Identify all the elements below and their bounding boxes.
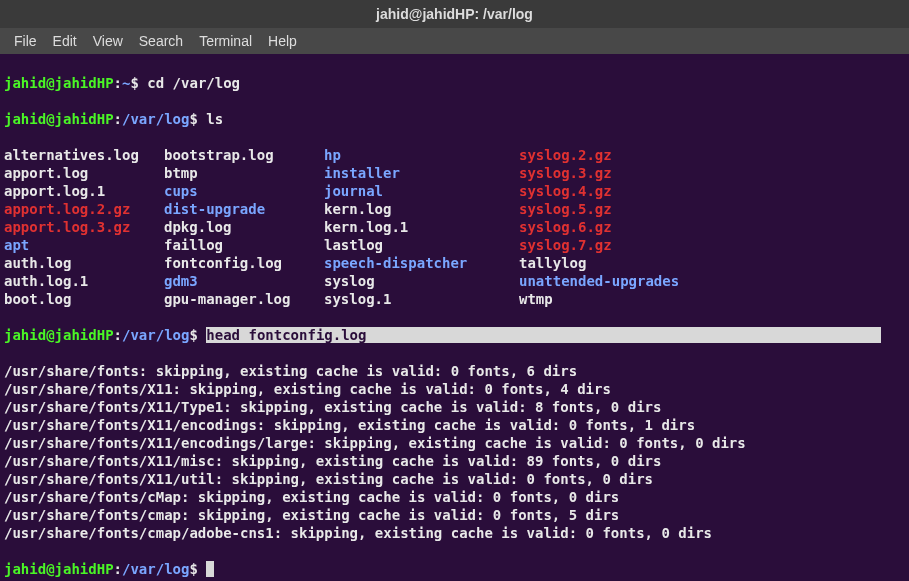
prompt-dollar: $ <box>189 327 206 343</box>
window-title: jahid@jahidHP: /var/log <box>376 6 533 22</box>
ls-entry: fontconfig.log <box>164 254 324 272</box>
ls-entry: apport.log.3.gz <box>4 218 164 236</box>
ls-entry: apport.log <box>4 164 164 182</box>
head-output: /usr/share/fonts: skipping, existing cac… <box>4 362 905 542</box>
prompt-colon: : <box>114 111 122 127</box>
menu-edit[interactable]: Edit <box>45 30 85 52</box>
output-line: /usr/share/fonts/X11/encodings: skipping… <box>4 416 905 434</box>
prompt-userhost: jahid@jahidHP <box>4 111 114 127</box>
ls-entry: boot.log <box>4 290 164 308</box>
output-line: /usr/share/fonts/X11: skipping, existing… <box>4 380 905 398</box>
prompt-dollar: $ <box>189 111 206 127</box>
ls-entry: auth.log.1 <box>4 272 164 290</box>
output-line: /usr/share/fonts/cMap: skipping, existin… <box>4 488 905 506</box>
ls-entry: hp <box>324 146 519 164</box>
ls-entry: wtmp <box>519 290 905 308</box>
ls-entry: apt <box>4 236 164 254</box>
ls-entry: unattended-upgrades <box>519 272 905 290</box>
menu-help[interactable]: Help <box>260 30 305 52</box>
output-line: /usr/share/fonts/X11/misc: skipping, exi… <box>4 452 905 470</box>
menu-file[interactable]: File <box>6 30 45 52</box>
ls-entry: syslog.1 <box>324 290 519 308</box>
output-line: /usr/share/fonts/X11/encodings/large: sk… <box>4 434 905 452</box>
prompt-colon: : <box>114 75 122 91</box>
ls-entry: installer <box>324 164 519 182</box>
ls-entry: cups <box>164 182 324 200</box>
ls-entry: apport.log.2.gz <box>4 200 164 218</box>
ls-entry: tallylog <box>519 254 905 272</box>
ls-entry: syslog.6.gz <box>519 218 905 236</box>
menu-terminal[interactable]: Terminal <box>191 30 260 52</box>
ls-entry: syslog.2.gz <box>519 146 905 164</box>
ls-entry: kern.log.1 <box>324 218 519 236</box>
ls-entry: syslog <box>324 272 519 290</box>
menu-search[interactable]: Search <box>131 30 191 52</box>
ls-entry: dpkg.log <box>164 218 324 236</box>
prompt-line-2: jahid@jahidHP:/var/log$ ls <box>4 110 905 128</box>
ls-entry: faillog <box>164 236 324 254</box>
menu-view[interactable]: View <box>85 30 131 52</box>
ls-entry: gpu-manager.log <box>164 290 324 308</box>
prompt-dollar: $ <box>130 75 147 91</box>
command-head-highlighted: head fontconfig.log <box>206 327 366 343</box>
prompt-userhost: jahid@jahidHP <box>4 327 114 343</box>
prompt-line-4: jahid@jahidHP:/var/log$ <box>4 560 905 578</box>
ls-entry: dist-upgrade <box>164 200 324 218</box>
ls-entry: btmp <box>164 164 324 182</box>
output-line: /usr/share/fonts/X11/util: skipping, exi… <box>4 470 905 488</box>
output-line: /usr/share/fonts: skipping, existing cac… <box>4 362 905 380</box>
ls-entry: alternatives.log <box>4 146 164 164</box>
prompt-colon: : <box>114 327 122 343</box>
command-ls: ls <box>206 111 223 127</box>
ls-entry: speech-dispatcher <box>324 254 519 272</box>
ls-entry: kern.log <box>324 200 519 218</box>
output-line: /usr/share/fonts/cmap: skipping, existin… <box>4 506 905 524</box>
prompt-path: /var/log <box>122 561 189 577</box>
ls-entry: lastlog <box>324 236 519 254</box>
ls-entry: syslog.3.gz <box>519 164 905 182</box>
prompt-userhost: jahid@jahidHP <box>4 561 114 577</box>
ls-entry: gdm3 <box>164 272 324 290</box>
highlight-trailing <box>366 327 880 343</box>
ls-entry: bootstrap.log <box>164 146 324 164</box>
ls-entry: syslog.5.gz <box>519 200 905 218</box>
ls-output: alternatives.logbootstrap.loghpsyslog.2.… <box>4 146 905 308</box>
prompt-colon: : <box>114 561 122 577</box>
command-cd: cd /var/log <box>147 75 240 91</box>
ls-entry: syslog.4.gz <box>519 182 905 200</box>
ls-entry: auth.log <box>4 254 164 272</box>
window-titlebar: jahid@jahidHP: /var/log <box>0 0 909 28</box>
prompt-userhost: jahid@jahidHP <box>4 75 114 91</box>
output-line: /usr/share/fonts/cmap/adobe-cns1: skippi… <box>4 524 905 542</box>
cursor <box>206 561 214 577</box>
prompt-dollar: $ <box>189 561 206 577</box>
ls-entry: syslog.7.gz <box>519 236 905 254</box>
prompt-path: /var/log <box>122 111 189 127</box>
prompt-line-1: jahid@jahidHP:~$ cd /var/log <box>4 74 905 92</box>
menubar: File Edit View Search Terminal Help <box>0 28 909 54</box>
prompt-line-3: jahid@jahidHP:/var/log$ head fontconfig.… <box>4 326 905 344</box>
ls-entry: journal <box>324 182 519 200</box>
ls-entry: apport.log.1 <box>4 182 164 200</box>
output-line: /usr/share/fonts/X11/Type1: skipping, ex… <box>4 398 905 416</box>
prompt-path: /var/log <box>122 327 189 343</box>
terminal-viewport[interactable]: jahid@jahidHP:~$ cd /var/log jahid@jahid… <box>0 54 909 581</box>
